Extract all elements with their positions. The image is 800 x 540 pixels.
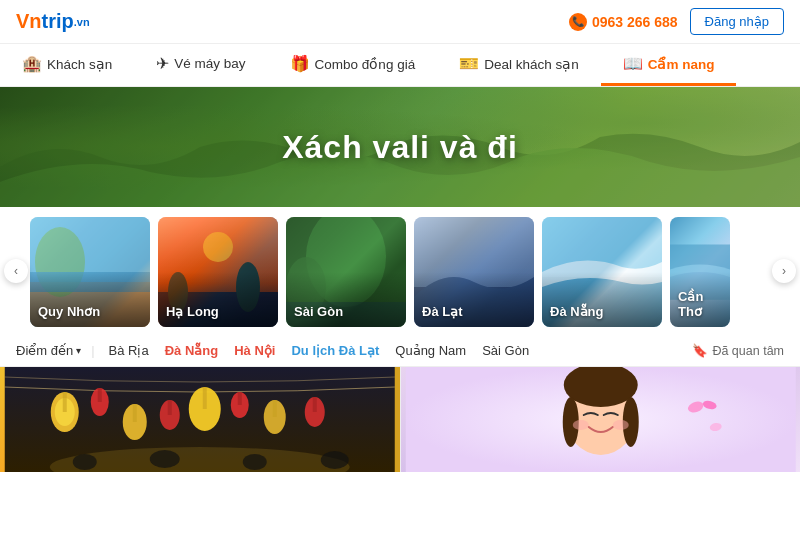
filter-tag-ha-noi[interactable]: Hà Nội <box>230 341 279 360</box>
header-right: 📞 0963 266 688 Đăng nhập <box>569 8 784 35</box>
flight-icon: ✈ <box>156 54 169 73</box>
dest-card-da-lat[interactable]: Đà Lạt <box>414 217 534 327</box>
destinations-row: Quy Nhơn Hạ Long <box>30 217 770 327</box>
dest-card-sai-gon[interactable]: Sài Gòn <box>286 217 406 327</box>
hero-title: Xách vali và đi <box>282 129 518 166</box>
nav-deal-label: Deal khách sạn <box>484 56 579 72</box>
dest-label-quy-nhon: Quy Nhơn <box>38 304 100 319</box>
dest-card-quy-nhon[interactable]: Quy Nhơn <box>30 217 150 327</box>
character-image <box>401 367 801 472</box>
svg-rect-25 <box>203 387 207 409</box>
lantern-festival-image <box>0 367 400 472</box>
login-button[interactable]: Đăng nhập <box>690 8 784 35</box>
logo-suffix: .vn <box>74 16 90 28</box>
destinations-section: ‹ Quy Nhơn <box>0 207 800 335</box>
filter-tag-sai-gon[interactable]: Sài Gòn <box>478 341 533 360</box>
watchlist-label: Đã quan tâm <box>712 344 784 358</box>
nav-hotel-label: Khách sạn <box>47 56 112 72</box>
dest-label-da-nang: Đà Nẵng <box>550 304 604 319</box>
nav-combo-label: Combo đồng giá <box>315 56 416 72</box>
filter-bar: Điểm đến ▾ | Bà Rịa Đà Nẵng Hà Nội Du lị… <box>0 335 800 367</box>
nav-item-hotel[interactable]: 🏨 Khách sạn <box>0 44 134 86</box>
destination-filter-label: Điểm đến <box>16 343 73 358</box>
header: Vntrip.vn 📞 0963 266 688 Đăng nhập <box>0 0 800 44</box>
dest-label-ha-long: Hạ Long <box>166 304 219 319</box>
svg-point-38 <box>150 450 180 468</box>
svg-rect-29 <box>98 388 102 402</box>
svg-rect-23 <box>133 404 137 422</box>
logo[interactable]: Vntrip.vn <box>16 10 90 33</box>
svg-point-46 <box>572 420 588 430</box>
dropdown-chevron-icon: ▾ <box>76 345 81 356</box>
dest-card-can-tho[interactable]: Cần Thơ <box>670 217 730 327</box>
filter-tag-ba-ria[interactable]: Bà Rịa <box>105 341 153 360</box>
hero-banner: Xách vali và đi <box>0 87 800 207</box>
nav-item-deal[interactable]: 🎫 Deal khách sạn <box>437 44 601 86</box>
dest-label-can-tho: Cần Thơ <box>678 289 730 319</box>
phone-number: 0963 266 688 <box>592 14 678 30</box>
dest-label-sai-gon: Sài Gòn <box>294 304 343 319</box>
svg-point-47 <box>612 420 628 430</box>
svg-rect-27 <box>273 400 277 417</box>
nav-item-combo[interactable]: 🎁 Combo đồng giá <box>268 44 438 86</box>
phone-section: 📞 0963 266 688 <box>569 13 678 31</box>
hotel-icon: 🏨 <box>22 54 42 73</box>
dest-card-ha-long[interactable]: Hạ Long <box>158 217 278 327</box>
svg-rect-35 <box>313 397 317 412</box>
combo-icon: 🎁 <box>290 54 310 73</box>
dest-label-da-lat: Đà Lạt <box>422 304 463 319</box>
carousel-arrow-right[interactable]: › <box>772 259 796 283</box>
svg-point-40 <box>321 451 349 469</box>
nav-item-flight[interactable]: ✈ Vé máy bay <box>134 44 267 86</box>
guide-icon: 📖 <box>623 54 643 73</box>
dest-card-da-nang[interactable]: Đà Nẵng <box>542 217 662 327</box>
content-cards-row <box>0 367 800 472</box>
logo-vn: Vn <box>16 10 42 33</box>
destination-filter-dropdown[interactable]: Điểm đến ▾ <box>16 343 81 358</box>
phone-icon: 📞 <box>569 13 587 31</box>
filter-tag-du-lich-da-lat[interactable]: Du lịch Đà Lạt <box>287 341 383 360</box>
svg-point-39 <box>243 454 267 470</box>
watchlist-icon: 🔖 <box>692 343 708 358</box>
deal-icon: 🎫 <box>459 54 479 73</box>
watchlist-button[interactable]: 🔖 Đã quan tâm <box>692 343 784 358</box>
svg-rect-33 <box>238 392 242 405</box>
filter-separator: | <box>91 343 94 358</box>
content-card-lanterns[interactable] <box>0 367 400 472</box>
filter-tag-da-nang[interactable]: Đà Nẵng <box>161 341 223 360</box>
svg-point-37 <box>73 454 97 470</box>
svg-rect-21 <box>63 392 67 412</box>
svg-rect-31 <box>168 400 172 415</box>
carousel-arrow-left[interactable]: ‹ <box>4 259 28 283</box>
destinations-wrapper: Quy Nhơn Hạ Long <box>30 217 770 327</box>
nav-guide-label: Cẩm nang <box>648 56 715 72</box>
nav-item-guide[interactable]: 📖 Cẩm nang <box>601 44 737 86</box>
logo-trip: trip <box>42 10 74 33</box>
nav-flight-label: Vé máy bay <box>174 56 245 71</box>
content-card-character[interactable] <box>400 367 801 472</box>
filter-tag-quang-nam[interactable]: Quảng Nam <box>391 341 470 360</box>
main-nav: 🏨 Khách sạn ✈ Vé máy bay 🎁 Combo đồng gi… <box>0 44 800 87</box>
